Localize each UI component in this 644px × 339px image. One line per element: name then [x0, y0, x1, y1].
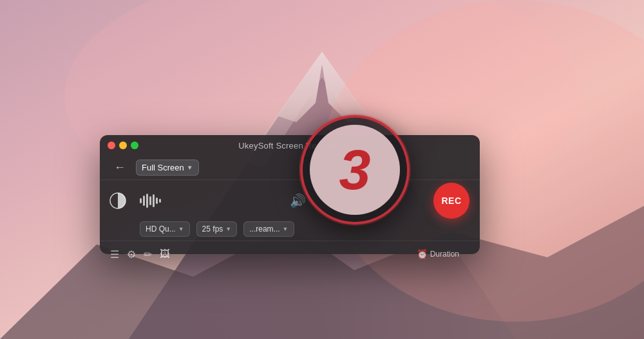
title-bar: UkeySoft Screen Recorder	[100, 135, 480, 156]
chevron-down-icon: ▼	[187, 164, 193, 171]
stream-arrow: ▼	[283, 226, 289, 232]
duration-label: Duration	[430, 250, 459, 259]
app-window: UkeySoft Screen Recorder ← Full Screen ▼	[100, 135, 480, 254]
fps-label: 25 fps	[202, 224, 223, 234]
minimize-button[interactable]	[119, 142, 127, 149]
screen-select-dropdown[interactable]: Full Screen ▼	[136, 160, 199, 176]
list-icon[interactable]: ☰	[110, 248, 119, 261]
mid-section: 🔊 REC	[100, 180, 480, 221]
brightness-button[interactable]	[106, 189, 129, 212]
quality-arrow: ▼	[178, 226, 184, 232]
countdown-inner-circle: 3	[310, 125, 400, 215]
toolbar: ← Full Screen ▼	[100, 156, 480, 180]
waveform-icon	[140, 192, 161, 210]
countdown-circle: 3	[300, 115, 410, 224]
countdown-number: 3	[339, 142, 371, 198]
window-body: ← Full Screen ▼	[100, 156, 480, 254]
maximize-button[interactable]	[131, 142, 138, 149]
screen-select-label: Full Screen	[142, 163, 184, 172]
stream-dropdown[interactable]: ...ream... ▼	[243, 221, 294, 237]
alarm-icon: ⏰	[417, 249, 428, 259]
quality-label: HD Qu...	[146, 224, 176, 234]
brightness-icon	[109, 192, 127, 210]
dropdowns-row: HD Qu... ▼ 25 fps ▼ ...ream... ▼	[100, 221, 480, 241]
fps-arrow: ▼	[225, 226, 231, 232]
close-button[interactable]	[108, 142, 115, 149]
audio-button[interactable]	[138, 189, 162, 212]
bottom-bar: ☰ ⚙ ✏ 🖼 ⏰ Duration	[100, 241, 480, 267]
rec-label: REC	[441, 196, 461, 206]
countdown-overlay: 3	[300, 115, 410, 224]
duration-area[interactable]: ⏰ Duration	[406, 245, 469, 263]
quality-dropdown[interactable]: HD Qu... ▼	[140, 221, 190, 237]
fps-dropdown[interactable]: 25 fps ▼	[196, 221, 238, 237]
rec-button[interactable]: REC	[433, 183, 469, 219]
settings-icon[interactable]: ⚙	[127, 248, 136, 261]
traffic-lights	[108, 142, 138, 149]
image-icon[interactable]: 🖼	[160, 248, 170, 260]
back-button[interactable]: ←	[110, 160, 129, 176]
stream-label: ...ream...	[249, 224, 279, 234]
pencil-icon[interactable]: ✏	[144, 248, 152, 261]
